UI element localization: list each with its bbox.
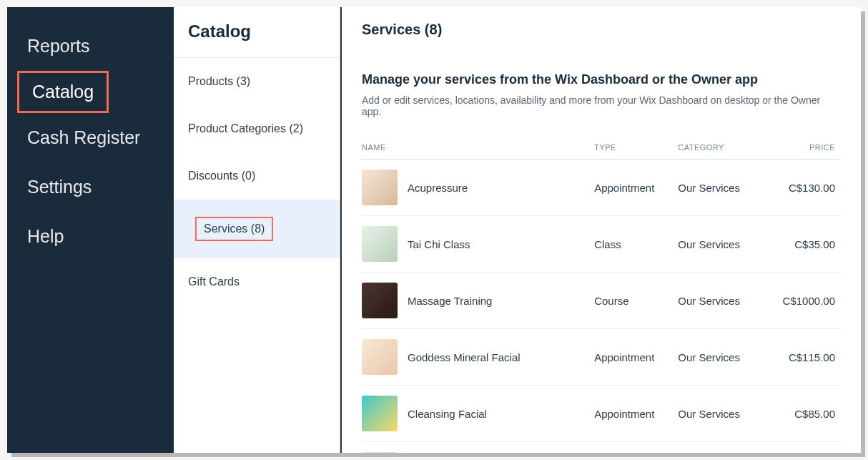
cell-price: C$115.00	[783, 329, 841, 386]
sidebar-secondary: Catalog Products (3) Product Categories …	[174, 7, 340, 453]
secondary-title: Catalog	[174, 7, 340, 58]
service-thumbnail	[362, 283, 398, 318]
highlight-services: Services (8)	[195, 217, 273, 241]
service-thumbnail	[362, 170, 398, 205]
service-name: Massage Training	[408, 295, 492, 307]
main-content: Services (8) Manage your services from t…	[340, 7, 861, 453]
cell-type: Course	[594, 273, 678, 329]
cell-name: Massage Training	[362, 273, 594, 329]
cell-name: Nail Art Manicure	[362, 442, 594, 454]
subnav-item-product-categories[interactable]: Product Categories (2)	[174, 105, 340, 152]
highlight-catalog: Catalog	[17, 71, 109, 113]
nav-item-settings[interactable]: Settings	[7, 162, 174, 212]
service-name: Cleansing Facial	[408, 408, 487, 420]
subnav-item-services[interactable]: Services (8)	[174, 200, 340, 258]
cell-price: C$130.00	[783, 160, 841, 216]
cell-type: Appointment	[594, 386, 678, 442]
cell-category: Our Services	[678, 273, 782, 329]
subnav-item-gift-cards[interactable]: Gift Cards	[174, 258, 340, 305]
cell-name: Acupressure	[362, 160, 594, 216]
cell-type: Appointment	[594, 442, 678, 454]
service-thumbnail	[362, 339, 398, 375]
col-header-type[interactable]: TYPE	[594, 143, 678, 160]
cell-type: Class	[594, 216, 678, 273]
service-thumbnail	[362, 452, 398, 453]
cell-price: C$35.00	[783, 216, 841, 273]
cell-name: Goddess Mineral Facial	[362, 329, 594, 386]
table-row[interactable]: AcupressureAppointmentOur ServicesC$130.…	[362, 160, 841, 216]
nav-item-reports[interactable]: Reports	[7, 21, 174, 71]
section-description: Add or edit services, locations, availab…	[362, 94, 841, 117]
col-header-price[interactable]: PRICE	[783, 143, 841, 160]
cell-category: Our Services	[678, 329, 782, 386]
nav-item-cash-register[interactable]: Cash Register	[7, 113, 174, 162]
services-table: NAME TYPE CATEGORY PRICE AcupressureAppo…	[362, 143, 841, 453]
cell-name: Cleansing Facial	[362, 386, 594, 442]
cell-category: Our Services	[678, 216, 782, 273]
table-row[interactable]: Goddess Mineral FacialAppointmentOur Ser…	[362, 329, 841, 386]
table-row[interactable]: Cleansing FacialAppointmentOur ServicesC…	[362, 386, 841, 442]
nav-item-help[interactable]: Help	[7, 212, 174, 261]
service-name: Tai Chi Class	[408, 238, 470, 250]
col-header-name[interactable]: NAME	[362, 143, 594, 160]
subnav-item-products[interactable]: Products (3)	[174, 58, 340, 105]
cell-price: C$85.00	[783, 386, 841, 442]
section-title: Manage your services from the Wix Dashbo…	[362, 72, 841, 87]
cell-name: Tai Chi Class	[362, 216, 594, 273]
cell-category: Our Services	[678, 386, 782, 442]
service-thumbnail	[362, 396, 398, 431]
service-thumbnail	[362, 226, 398, 262]
subnav-item-discounts[interactable]: Discounts (0)	[174, 152, 340, 200]
col-header-category[interactable]: CATEGORY	[678, 143, 782, 160]
cell-price: C$1000.00	[783, 273, 841, 329]
cell-category: Our Services	[678, 160, 782, 216]
table-row[interactable]: Massage TrainingCourseOur ServicesC$1000…	[362, 273, 841, 329]
nav-item-catalog[interactable]: Catalog	[32, 82, 94, 102]
sidebar-primary: Reports Catalog Cash Register Settings H…	[7, 7, 174, 453]
table-row[interactable]: Tai Chi ClassClassOur ServicesC$35.00	[362, 216, 841, 273]
cell-type: Appointment	[594, 329, 678, 386]
table-row[interactable]: Nail Art ManicureAppointmentOur Services…	[362, 442, 841, 454]
page-heading: Services (8)	[362, 21, 841, 38]
cell-type: Appointment	[594, 160, 678, 216]
cell-category: Our Services	[678, 442, 782, 454]
service-name: Goddess Mineral Facial	[408, 351, 521, 363]
cell-price: C$25.00	[783, 442, 841, 454]
subnav-label-services: Services (8)	[204, 222, 265, 235]
app-window: Reports Catalog Cash Register Settings H…	[7, 7, 861, 453]
service-name: Acupressure	[408, 182, 468, 194]
